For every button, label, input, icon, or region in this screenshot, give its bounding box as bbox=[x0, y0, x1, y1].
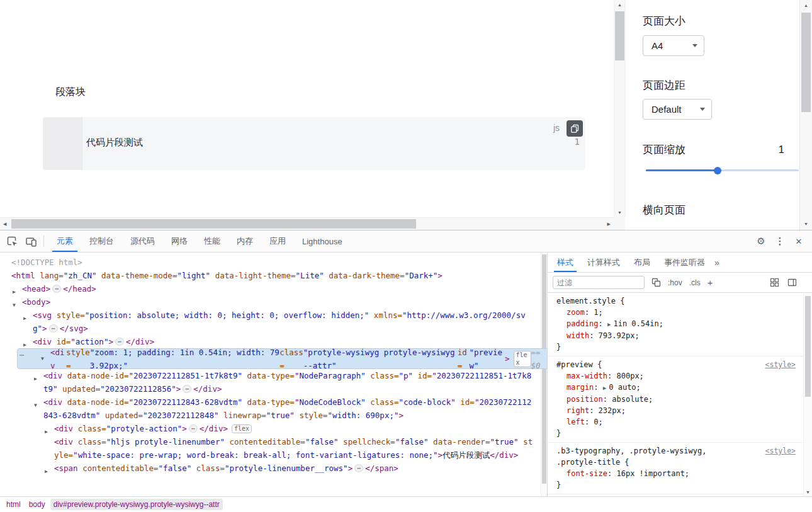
preview-horizontal-scrollbar[interactable]: ◀ ▶ bbox=[0, 217, 614, 230]
stylesheet-link[interactable]: <style> bbox=[765, 359, 796, 370]
tab-sources[interactable]: 源代码 bbox=[122, 230, 163, 252]
scroll-up-icon[interactable]: ▲ bbox=[614, 3, 625, 7]
tab-performance[interactable]: 性能 bbox=[196, 230, 228, 252]
new-style-rule-button[interactable]: + bbox=[708, 277, 713, 288]
style-rule: <style>#preview {max-width: 800px;margin… bbox=[548, 356, 812, 443]
inline-ellipsis-icon[interactable]: ⋯ bbox=[115, 338, 124, 346]
dom-tree-node[interactable]: <!DOCTYPE html> bbox=[0, 256, 547, 269]
flex-badge[interactable]: flex bbox=[514, 351, 531, 367]
elements-dom-tree: <!DOCTYPE html><html lang="zh_CN" data-t… bbox=[0, 253, 548, 496]
tab-lighthouse[interactable]: Lighthouse bbox=[294, 230, 351, 252]
inline-ellipsis-icon[interactable]: ⋯ bbox=[52, 285, 61, 293]
zoom-slider-thumb[interactable] bbox=[714, 167, 721, 174]
tab-network[interactable]: 网络 bbox=[163, 230, 196, 252]
stylesheet-link[interactable]: <style> bbox=[765, 445, 796, 457]
css-property[interactable]: padding: ▶1in 0.54in; bbox=[556, 318, 796, 330]
more-tabs-icon[interactable]: » bbox=[714, 253, 719, 272]
styles-scrollbar[interactable]: ▼ bbox=[803, 293, 812, 496]
rule-selector[interactable]: .protyle-title { bbox=[556, 457, 796, 468]
expand-arrow-icon[interactable]: ▶ bbox=[34, 372, 37, 385]
page-size-select[interactable]: A4 bbox=[643, 35, 704, 56]
rule-selector[interactable]: <style>.b3-typography, .protyle-wysiwyg, bbox=[556, 445, 796, 457]
expand-arrow-icon[interactable]: ▶ bbox=[23, 312, 26, 325]
kebab-menu-icon[interactable]: ⋮ bbox=[770, 232, 789, 250]
scroll-up-icon[interactable]: ▲ bbox=[800, 3, 812, 8]
css-property[interactable]: margin: ▶0 auto; bbox=[556, 382, 796, 394]
scroll-left-icon[interactable]: ◀ bbox=[3, 222, 6, 226]
cascade-layers-icon[interactable] bbox=[651, 278, 661, 287]
close-icon[interactable]: ✕ bbox=[789, 232, 808, 250]
scroll-down-icon[interactable]: ▼ bbox=[804, 490, 812, 494]
styles-rules: element.style {zoom: 1;padding: ▶1in 0.5… bbox=[548, 293, 812, 496]
breadcrumb-item-html[interactable]: html bbox=[3, 499, 24, 510]
scrollbar-thumb[interactable] bbox=[805, 296, 811, 397]
style-filter-input[interactable] bbox=[553, 276, 645, 289]
tab-application[interactable]: 应用 bbox=[261, 230, 294, 252]
inline-ellipsis-icon[interactable]: ⋯ bbox=[354, 464, 363, 472]
dom-tree-node[interactable]: ▶<span contenteditable="false" class="pr… bbox=[0, 462, 547, 475]
tab-layout[interactable]: 布局 bbox=[627, 253, 657, 272]
dom-tree-node[interactable]: <div class="hljs protyle-linenumber" con… bbox=[0, 435, 547, 462]
css-property[interactable]: font-size: 16px !important; bbox=[556, 468, 796, 479]
scroll-right-icon[interactable]: ▶ bbox=[607, 222, 611, 226]
inspect-button[interactable] bbox=[3, 232, 21, 250]
breadcrumb: html body div#preview.protyle-wysiwyg.pr… bbox=[0, 496, 812, 512]
node-menu-icon[interactable]: ⋯ bbox=[20, 349, 23, 362]
expand-shorthand-icon[interactable]: ▶ bbox=[603, 385, 606, 391]
gear-icon[interactable]: ⚙ bbox=[752, 232, 770, 250]
dom-tree-node[interactable]: ▶<div data-node-id="20230722112851-1t7k8… bbox=[0, 369, 547, 395]
dom-tree-node[interactable]: ▶<head>⋯</head> bbox=[0, 282, 547, 295]
tab-styles[interactable]: 样式 bbox=[550, 253, 580, 272]
code-language-label: js bbox=[553, 123, 560, 133]
dom-tree-node[interactable]: ▼⋯<div style="zoom: 1; padding: 1in 0.54… bbox=[17, 348, 548, 369]
breadcrumb-item-body[interactable]: body bbox=[26, 499, 48, 510]
flex-badge[interactable]: flex bbox=[232, 424, 252, 433]
scrollbar-thumb[interactable] bbox=[615, 11, 624, 60]
panel-vertical-scrollbar[interactable]: ▲ ▼ bbox=[799, 0, 812, 230]
computed-sidebar-icon[interactable] bbox=[787, 278, 797, 287]
device-toolbar-button[interactable] bbox=[21, 232, 40, 250]
css-property[interactable]: left: 0; bbox=[556, 416, 796, 428]
dom-tree-node[interactable]: ▶<svg style="position: absolute; width: … bbox=[0, 309, 547, 335]
tab-elements[interactable]: 元素 bbox=[48, 230, 81, 252]
scroll-down-icon[interactable]: ▼ bbox=[614, 210, 625, 215]
page-margin-select[interactable]: Default bbox=[643, 99, 712, 120]
collapse-arrow-icon[interactable]: ▼ bbox=[34, 399, 37, 412]
zoom-slider[interactable] bbox=[646, 169, 799, 171]
breadcrumb-item-preview-div[interactable]: div#preview.protyle-wysiwyg.protyle-wysi… bbox=[50, 499, 223, 510]
inline-ellipsis-icon[interactable]: ⋯ bbox=[183, 385, 191, 393]
inline-ellipsis-icon[interactable]: ⋯ bbox=[49, 324, 58, 333]
code-text[interactable]: 代码片段测试 bbox=[86, 137, 143, 149]
styles-pane: 样式 计算样式 布局 事件监听器 » :hov .cls bbox=[548, 253, 812, 496]
rule-close-brace: } bbox=[556, 428, 796, 439]
css-property[interactable]: right: 232px; bbox=[556, 405, 796, 416]
tab-event-listeners[interactable]: 事件监听器 bbox=[657, 253, 712, 272]
toggle-element-state-button[interactable]: :hov bbox=[668, 278, 682, 287]
preview-vertical-scrollbar[interactable]: ▲ ▼ bbox=[614, 0, 625, 217]
css-property[interactable]: zoom: 1; bbox=[556, 307, 796, 318]
page-size-value: A4 bbox=[651, 40, 686, 51]
rule-selector[interactable]: <style>#preview { bbox=[556, 359, 796, 370]
expand-shorthand-icon[interactable]: ▶ bbox=[607, 321, 611, 327]
scrollbar-thumb[interactable] bbox=[801, 13, 811, 112]
dom-tree-node[interactable]: ▶<div class="protyle-action">⋯</div>flex bbox=[0, 422, 547, 435]
tab-console[interactable]: 控制台 bbox=[81, 230, 122, 252]
tab-computed[interactable]: 计算样式 bbox=[580, 253, 627, 272]
tab-memory[interactable]: 内存 bbox=[228, 230, 261, 252]
code-block[interactable]: 1 代码片段测试 js bbox=[43, 117, 585, 170]
dom-tree-node[interactable]: ▼<body> bbox=[0, 295, 547, 309]
rule-selector[interactable]: element.style { bbox=[556, 295, 796, 307]
dom-tree-node[interactable]: ▼<div data-node-id="20230722112843-628vd… bbox=[0, 395, 547, 422]
css-property[interactable]: position: absolute; bbox=[556, 394, 796, 405]
rendering-grid-icon[interactable] bbox=[770, 278, 779, 287]
expand-arrow-icon[interactable]: ▶ bbox=[45, 465, 48, 478]
dom-tree-node[interactable]: <html lang="zh_CN" data-theme-mode="ligh… bbox=[0, 269, 547, 282]
collapse-arrow-icon[interactable]: ▼ bbox=[41, 352, 44, 365]
css-property[interactable]: width: 793.92px; bbox=[556, 330, 796, 341]
copy-code-button[interactable] bbox=[567, 120, 583, 137]
scrollbar-thumb[interactable] bbox=[11, 219, 416, 229]
element-classes-button[interactable]: .cls bbox=[689, 278, 701, 287]
scroll-down-icon[interactable]: ▼ bbox=[800, 222, 812, 226]
inline-ellipsis-icon[interactable]: ⋯ bbox=[189, 424, 198, 433]
css-property[interactable]: max-width: 800px; bbox=[556, 370, 796, 382]
